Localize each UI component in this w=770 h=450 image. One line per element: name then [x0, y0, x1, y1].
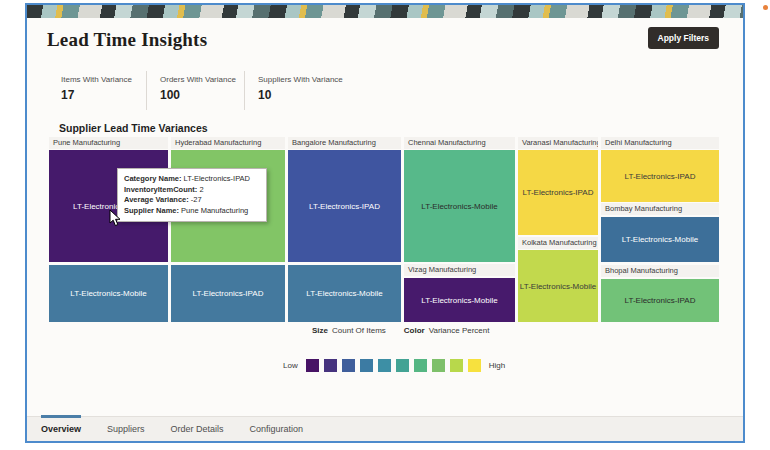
legend-swatch	[342, 359, 355, 372]
legend-swatch	[414, 359, 427, 372]
treemap-cell[interactable]: LT-Electronics-Mobile	[601, 217, 719, 262]
tab-configuration[interactable]: Configuration	[250, 417, 304, 441]
tooltip-value: 2	[197, 185, 203, 194]
treemap-group-header[interactable]: Kolkata Manufacturing	[518, 237, 598, 249]
active-tab-indicator	[41, 415, 81, 418]
screen: Lead Time Insights Apply Filters Items W…	[0, 0, 770, 450]
treemap-group-header[interactable]: Pune Manufacturing	[49, 137, 168, 149]
tooltip-row: Supplier Name: Pune Manufacturing	[124, 206, 260, 217]
stats-row: Items With Variance 17 Orders With Varia…	[61, 71, 343, 110]
legend-swatch	[306, 359, 319, 372]
bottom-tab-bar: Overview Suppliers Order Details Configu…	[27, 416, 743, 441]
tooltip-row: InventoryItemCount: 2	[124, 185, 260, 196]
treemap-group-header[interactable]: Bhopal Manufacturing	[601, 265, 719, 277]
treemap-group-header[interactable]: Bombay Manufacturing	[601, 203, 719, 215]
treemap-group-header[interactable]: Vizag Manufacturing	[404, 264, 515, 276]
treemap-cell[interactable]: LT-Electronics-Mobile	[404, 150, 515, 262]
decorative-banner	[27, 5, 743, 18]
tooltip-row: Average Variance: -27	[124, 195, 260, 206]
stat-orders-with-variance: Orders With Variance 100	[146, 71, 244, 110]
stat-value: 100	[160, 88, 244, 102]
legend-low-label: Low	[283, 361, 298, 370]
stat-value: 17	[61, 88, 146, 102]
treemap-tooltip: Category Name: LT-Electronics-IPAD Inven…	[117, 168, 267, 222]
app-window: Lead Time Insights Apply Filters Items W…	[25, 3, 745, 443]
treemap-title: Supplier Lead Time Variances	[59, 122, 208, 134]
tooltip-label: Supplier Name:	[124, 206, 179, 215]
size-color-legend: Size Count Of Items Color Variance Perce…	[312, 326, 489, 335]
tab-suppliers[interactable]: Suppliers	[107, 417, 145, 441]
color-scale-legend: Low High	[283, 359, 505, 372]
tab-overview[interactable]: Overview	[41, 417, 81, 441]
size-label: Size	[312, 326, 328, 335]
treemap-cell[interactable]: LT-Electronics-IPAD	[601, 150, 719, 202]
tab-label: Configuration	[250, 424, 304, 434]
treemap-group-header[interactable]: Bangalore Manufacturing	[288, 137, 401, 149]
stat-label: Items With Variance	[61, 75, 146, 84]
apply-filters-button[interactable]: Apply Filters	[648, 27, 719, 49]
tooltip-label: Category Name:	[124, 174, 182, 183]
stat-label: Suppliers With Variance	[258, 75, 343, 84]
treemap-cell[interactable]: LT-Electronics-IPAD	[288, 150, 401, 262]
treemap-group-header[interactable]: Varanasi Manufacturing	[518, 137, 598, 149]
legend-swatch	[450, 359, 463, 372]
legend-swatch	[360, 359, 373, 372]
tab-label: Overview	[41, 424, 81, 434]
treemap-group-header[interactable]: Delhi Manufacturing	[601, 137, 719, 149]
legend-swatch	[432, 359, 445, 372]
legend-swatch	[468, 359, 481, 372]
tooltip-value: Pune Manufacturing	[179, 206, 248, 215]
treemap-group-header[interactable]: Hyderabad Manufacturing	[171, 137, 285, 149]
tab-order-details[interactable]: Order Details	[171, 417, 224, 441]
tooltip-label: Average Variance:	[124, 195, 189, 204]
treemap-chart: Pune Manufacturing LT-Electronics-IPAD L…	[49, 137, 719, 322]
tooltip-row: Category Name: LT-Electronics-IPAD	[124, 174, 260, 185]
tab-label: Suppliers	[107, 424, 145, 434]
color-value: Variance Percent	[429, 326, 490, 335]
size-value: Count Of Items	[332, 326, 386, 335]
legend-swatch	[378, 359, 391, 372]
treemap-cell[interactable]: LT-Electronics-Mobile	[404, 278, 515, 322]
mouse-cursor-icon	[109, 209, 121, 231]
legend-high-label: High	[489, 361, 505, 370]
stat-items-with-variance: Items With Variance 17	[61, 71, 146, 110]
legend-swatch	[396, 359, 409, 372]
stat-value: 10	[258, 88, 343, 102]
color-label: Color	[404, 326, 425, 335]
page-title: Lead Time Insights	[47, 29, 207, 51]
treemap-cell[interactable]: LT-Electronics-IPAD	[601, 279, 719, 322]
treemap-cell[interactable]: LT-Electronics-Mobile	[288, 265, 401, 322]
stat-label: Orders With Variance	[160, 75, 244, 84]
recording-indicator-dot	[763, 5, 768, 10]
treemap-cell[interactable]: LT-Electronics-IPAD	[171, 265, 285, 322]
treemap-cell[interactable]: LT-Electronics-Mobile	[518, 250, 598, 322]
treemap-group-header[interactable]: Chennai Manufacturing	[404, 137, 515, 149]
tooltip-value: LT-Electronics-IPAD	[182, 174, 251, 183]
tooltip-value: -27	[189, 195, 202, 204]
treemap-cell[interactable]: LT-Electronics-Mobile	[49, 265, 168, 322]
legend-swatch	[324, 359, 337, 372]
tooltip-label: InventoryItemCount:	[124, 185, 197, 194]
treemap-cell[interactable]: LT-Electronics-IPAD	[518, 150, 598, 235]
stat-suppliers-with-variance: Suppliers With Variance 10	[244, 71, 343, 110]
tab-label: Order Details	[171, 424, 224, 434]
